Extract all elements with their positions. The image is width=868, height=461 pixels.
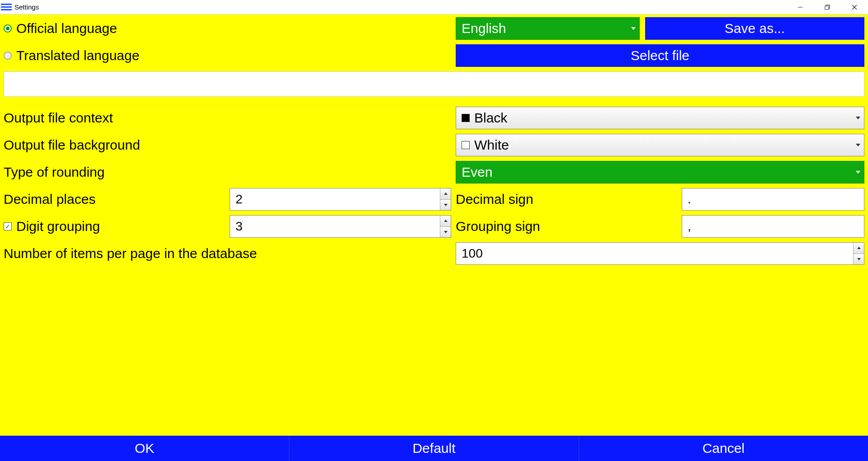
- digit-grouping-checkbox[interactable]: ✓ Digit grouping: [4, 219, 100, 234]
- select-file-label: Select file: [631, 48, 689, 63]
- menu-icon: [1, 2, 12, 13]
- save-as-label: Save as...: [725, 21, 785, 36]
- output-context-label: Output file context: [4, 110, 113, 126]
- radio-selected-icon: [4, 24, 12, 33]
- decimal-places-label: Decimal places: [4, 192, 95, 207]
- official-language-radio[interactable]: Official language: [4, 21, 117, 36]
- output-background-select[interactable]: White: [456, 134, 864, 156]
- select-file-button[interactable]: Select file: [456, 44, 864, 67]
- items-per-page-input[interactable]: [456, 243, 853, 264]
- translated-language-radio[interactable]: Translated language: [4, 48, 139, 63]
- window-title: Settings: [14, 3, 39, 11]
- official-language-select[interactable]: English: [456, 17, 640, 40]
- radio-unselected-icon: [4, 52, 12, 60]
- translated-language-label: Translated language: [16, 48, 139, 63]
- output-background-label: Output file background: [4, 137, 140, 153]
- save-as-button[interactable]: Save as...: [645, 17, 864, 40]
- color-swatch-black-icon: [462, 114, 470, 122]
- digit-grouping-stepper[interactable]: [230, 215, 451, 238]
- checkmark-icon: ✓: [4, 222, 12, 230]
- spinner-up-icon[interactable]: [440, 188, 451, 199]
- digit-grouping-input[interactable]: [230, 216, 440, 237]
- cancel-button[interactable]: Cancel: [579, 436, 868, 461]
- spinner-down-icon[interactable]: [440, 226, 451, 238]
- items-per-page-label: Number of items per page in the database: [4, 246, 257, 261]
- grouping-sign-input[interactable]: ,: [682, 215, 864, 238]
- spinner-down-icon[interactable]: [440, 199, 451, 211]
- footer-bar: OK Default Cancel: [0, 436, 868, 461]
- settings-panel: Official language English Save as... Tra…: [0, 14, 868, 436]
- chevron-down-icon: [631, 27, 636, 30]
- decimal-sign-label: Decimal sign: [456, 192, 533, 207]
- decimal-sign-input[interactable]: .: [682, 188, 864, 211]
- official-language-value: English: [462, 21, 506, 36]
- rounding-type-value: Even: [462, 165, 492, 180]
- maximize-button[interactable]: [814, 0, 841, 14]
- svg-rect-2: [825, 6, 829, 9]
- default-button[interactable]: Default: [289, 436, 579, 461]
- spinner-up-icon[interactable]: [853, 243, 864, 254]
- chevron-down-icon: [856, 144, 860, 146]
- rounding-type-label: Type of rounding: [4, 165, 105, 180]
- minimize-button[interactable]: [787, 0, 814, 14]
- ok-button[interactable]: OK: [0, 436, 289, 461]
- rounding-type-select[interactable]: Even: [456, 161, 864, 183]
- output-context-select[interactable]: Black: [456, 107, 864, 129]
- output-background-value: White: [474, 137, 509, 153]
- decimal-places-stepper[interactable]: [230, 188, 451, 211]
- digit-grouping-label: Digit grouping: [16, 219, 100, 234]
- decimal-places-input[interactable]: [230, 188, 440, 210]
- official-language-label: Official language: [16, 21, 117, 36]
- spinner-down-icon[interactable]: [853, 254, 864, 265]
- titlebar: Settings: [0, 0, 868, 14]
- color-swatch-white-icon: [462, 141, 470, 149]
- output-context-value: Black: [474, 110, 507, 126]
- close-button[interactable]: [841, 0, 868, 14]
- chevron-down-icon: [856, 171, 860, 174]
- translated-file-path-input[interactable]: [4, 71, 864, 97]
- chevron-down-icon: [856, 117, 860, 119]
- spinner-up-icon[interactable]: [440, 216, 451, 226]
- items-per-page-stepper[interactable]: [456, 242, 864, 265]
- grouping-sign-label: Grouping sign: [456, 219, 540, 234]
